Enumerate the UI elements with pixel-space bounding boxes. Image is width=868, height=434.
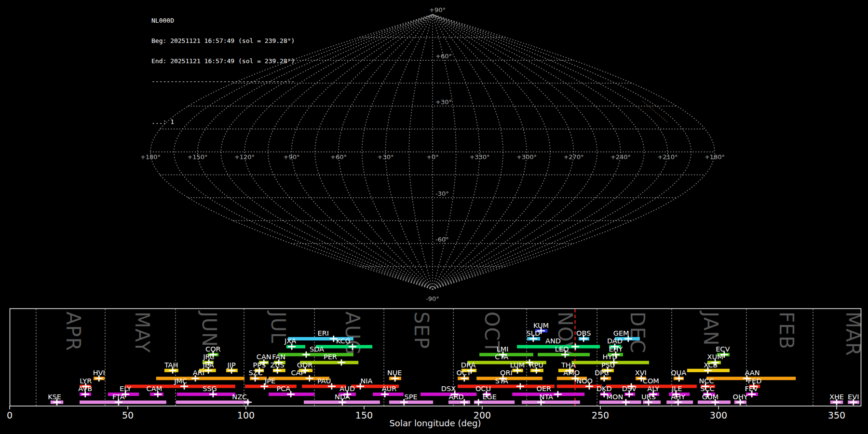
map-lon-label: +210° [657, 153, 678, 161]
shower-label-AND: AND [545, 337, 561, 345]
separator-line: -------------------------------------- [151, 78, 295, 85]
shower-label-NTA: NTA [540, 393, 554, 401]
shower-bar-NZC [176, 401, 249, 404]
shower-label-SDA: SDA [310, 345, 324, 353]
map-lon-label: +240° [610, 153, 631, 161]
map-lat-label: -30° [435, 190, 449, 197]
axis-tick-label: 300 [710, 410, 727, 420]
shower-label-NDA: NDA [335, 393, 350, 401]
shower-label-ZCS: ZCS [271, 361, 285, 369]
shower-label-LMI: LMI [497, 345, 509, 353]
map-meridian [409, 14, 433, 289]
shower-label-KSE: KSE [48, 393, 61, 401]
shower-label-ARI: ARI [193, 369, 204, 377]
shower-label-NUE: NUE [387, 369, 402, 377]
shower-label-STA: STA [495, 377, 508, 385]
month-label-JUN: JUN [198, 310, 220, 347]
shower-label-JXA: JXA [284, 337, 296, 345]
shower-label-CAN: CAN [257, 353, 271, 361]
month-label-APR: APR [62, 312, 84, 351]
shower-label-NOO: NOO [576, 377, 593, 385]
shower-label-COM: COM [643, 377, 659, 385]
shower-label-OCU: OCU [475, 385, 491, 393]
shower-bar-SDA [278, 353, 353, 356]
shower-label-DRA: DRA [461, 361, 476, 369]
shower-label-KCG: KCG [336, 337, 351, 345]
shower-bar-SSG [177, 393, 235, 396]
shower-label-AHY: AHY [671, 393, 685, 401]
shower-label-SZC: SZC [248, 369, 262, 377]
map-lon-label: +150° [187, 153, 207, 161]
map-lon-label: +120° [234, 153, 255, 161]
shower-peak-CAP [306, 375, 313, 381]
shower-label-DSV: DSV [622, 385, 637, 393]
shower-label-DPC: DPC [595, 369, 609, 377]
map-lon-label: +180° [705, 153, 725, 161]
shower-label-NZC: NZC [232, 393, 247, 401]
shower-label-OHY: OHY [732, 393, 747, 401]
shower-label-GUM: GUM [702, 393, 719, 401]
shower-label-GEM: GEM [613, 329, 629, 337]
shower-label-JIP: JIP [227, 361, 236, 369]
shower-label-GDR: GDR [297, 361, 312, 369]
shower-label-CAM: CAM [147, 385, 163, 393]
header-info: NL000D Beg: 20251121 16:57:49 (sol = 239… [151, 4, 295, 139]
shower-bar-NTA [522, 401, 580, 404]
shower-peak-OER [554, 391, 562, 397]
shower-peak-SDA [302, 352, 310, 358]
axis-tick-label: 50 [122, 410, 134, 420]
shower-label-CAP: CAP [291, 369, 305, 377]
shower-label-LEO: LEO [555, 345, 569, 353]
axis-tick-label: 350 [828, 410, 845, 420]
shower-label-ERI: ERI [317, 329, 329, 337]
month-label-JAN: JAN [700, 310, 722, 346]
shower-label-JRC: JRC [203, 353, 215, 361]
shower-peak-EGE [475, 399, 482, 406]
shower-bar-SPE [389, 401, 433, 404]
month-label-MAY: MAY [131, 312, 153, 353]
shower-label-RPU: RPU [529, 361, 543, 369]
shower-label-SCC: SCC [700, 385, 714, 393]
shower-label-FEV: FEV [745, 385, 758, 393]
shower-label-AAN: AAN [745, 369, 760, 377]
shower-label-JLE: JLE [671, 385, 682, 393]
map-lon-label: +90° [284, 153, 300, 161]
month-label-MAR: MAR [842, 312, 864, 356]
x-axis-title: Solar longitude (deg) [389, 418, 481, 428]
map-lat-label: -60° [435, 236, 449, 243]
shower-label-XCB: XCB [704, 361, 718, 369]
shower-label-HYD: HYD [603, 353, 618, 361]
shower-label-ORI: ORI [500, 369, 513, 377]
map-lon-label: +30° [378, 153, 394, 161]
shower-label-NIA: NIA [360, 377, 372, 385]
map-lon-label: +180° [140, 153, 161, 161]
shower-label-DKD: DKD [597, 385, 612, 393]
shower-label-KUM: KUM [533, 322, 549, 329]
shower-label-DAD: DAD [607, 337, 623, 345]
shower-label-OBS: OBS [576, 329, 591, 337]
shower-label-TAH: TAH [164, 361, 178, 369]
shower-label-PSU: PSU [601, 361, 615, 369]
shower-label-SPE: SPE [404, 393, 417, 401]
shower-label-COR: COR [205, 345, 221, 353]
shower-label-THA: THA [561, 361, 576, 369]
blank-line [151, 98, 295, 105]
shower-bar-KCG [316, 345, 372, 348]
shower-bar-FTA [80, 401, 166, 404]
shower-label-JPE: JPE [264, 377, 275, 385]
activity-timeline-chart: APRMAYJUNJULAUGSEPOCTNOVDECJANFEBMARKUME… [7, 309, 864, 428]
shower-label-ARD: ARD [449, 393, 464, 401]
shower-label-MON: MON [606, 393, 623, 401]
shower-label-PPS: PPS [253, 361, 266, 369]
shower-peak-MON [622, 399, 630, 406]
shower-label-DSX: DSX [441, 385, 456, 393]
shower-label-SLD: SLD [527, 329, 540, 337]
shower-label-FED: FED [748, 377, 762, 385]
shower-peak-PER [338, 359, 345, 366]
month-label-FEB: FEB [775, 312, 798, 350]
month-label-SEP: SEP [410, 312, 433, 349]
shower-label-FTA: FTA [112, 393, 125, 401]
shower-label-AUD: AUD [339, 385, 355, 393]
shower-label-LYR: LYR [80, 377, 92, 385]
shower-label-QUA: QUA [671, 369, 686, 377]
